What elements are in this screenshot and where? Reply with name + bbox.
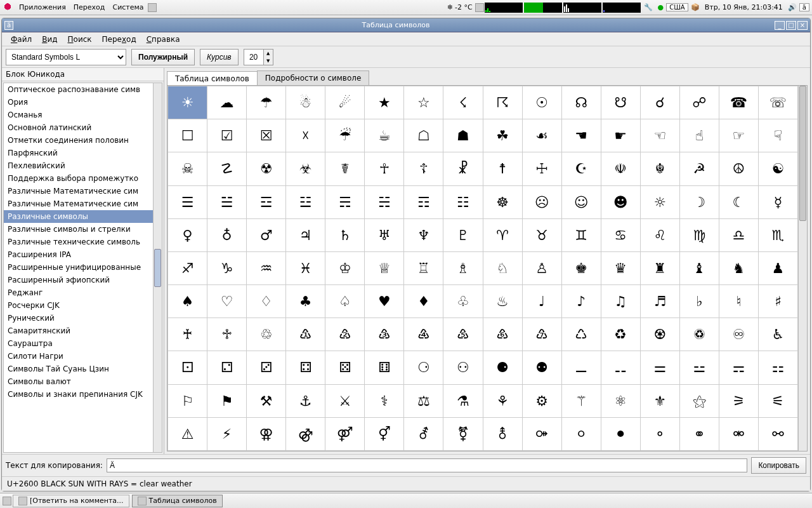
weather-applet[interactable]: ❄ -2 °C — [445, 3, 475, 11]
places-menu[interactable]: Переход — [70, 3, 109, 11]
system-monitor-mem[interactable] — [524, 3, 562, 13]
input-indicator[interactable]: ä — [799, 3, 809, 11]
system-menu[interactable]: Система — [108, 3, 147, 11]
apps-menu[interactable]: Приложения — [15, 3, 70, 11]
debian-logo-icon — [3, 3, 13, 13]
tray-icon-2[interactable]: 🔧 — [641, 3, 655, 11]
system-monitor-disk[interactable] — [603, 3, 641, 13]
gnome-top-panel: Приложения Переход Система ❄ -2 °C 🔧 ● С… — [0, 0, 812, 15]
presence-icon[interactable]: ● — [655, 3, 667, 11]
system-monitor-net[interactable] — [563, 3, 601, 13]
update-icon[interactable]: 📦 — [688, 3, 702, 11]
screenshot-tray-icon[interactable] — [148, 3, 157, 12]
weather-temp: -2 °C — [455, 3, 473, 11]
clock[interactable]: Втр, 10 Янв, 21:03:41 — [702, 3, 785, 11]
system-monitor-cpu[interactable] — [485, 3, 523, 13]
volume-icon[interactable]: 🔊 — [785, 3, 799, 11]
tray-icon[interactable] — [475, 3, 484, 12]
keyboard-layout[interactable]: США — [666, 3, 688, 11]
